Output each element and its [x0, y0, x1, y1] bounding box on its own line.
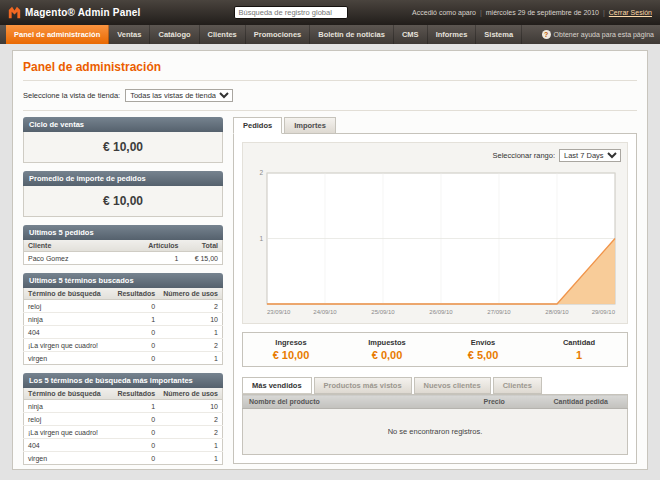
stat-label: Ingresos [245, 338, 337, 347]
tab-pedidos[interactable]: Pedidos [233, 117, 282, 134]
totals-row: Ingresos € 10,00 Impuestos € 0,00 Envíos… [242, 332, 628, 367]
lifetime-sales-value: € 10,00 [23, 132, 223, 163]
help-label: Obtener ayuda para esta página [554, 31, 654, 38]
tab-clientes[interactable]: Clientes [493, 377, 542, 394]
cell-resultados: 0 [113, 352, 159, 365]
nav-item-dashboard[interactable]: Panel de administración [6, 25, 109, 44]
range-select[interactable]: Last 7 Days [559, 149, 621, 162]
cell-usos: 2 [159, 426, 222, 439]
table-row[interactable]: ¡La virgen que cuadro! 0 2 [24, 339, 223, 352]
separator: | [480, 9, 482, 16]
svg-text:29/09/10: 29/09/10 [592, 309, 616, 315]
logged-in-text: Accedió como aparo [412, 9, 476, 16]
cell-usos: 2 [159, 339, 222, 352]
help-icon: ? [542, 30, 551, 39]
divider [23, 80, 637, 81]
table-header-row: Término de búsqueda Resultados Número de… [24, 288, 223, 300]
cell-usos: 1 [159, 452, 222, 465]
empty-message: No se encontraron registros. [243, 409, 628, 455]
orders-chart: 1223/09/1024/09/1025/09/1026/09/1027/09/… [249, 167, 621, 317]
range-label: Seleccionar rango: [492, 151, 555, 160]
col-cliente: Cliente [24, 240, 143, 252]
last-search-terms-table: Término de búsqueda Resultados Número de… [23, 288, 223, 365]
table-row[interactable]: reloj 0 2 [24, 300, 223, 313]
table-header-row: Término de búsqueda Resultados Número de… [24, 388, 223, 400]
cell-usos: 2 [159, 300, 222, 313]
tab-productos-mas-vistos[interactable]: Productos más vistos [314, 377, 412, 394]
stat-ingresos: Ingresos € 10,00 [243, 333, 339, 366]
tab-mas-vendidos[interactable]: Más vendidos [242, 377, 312, 394]
cell-termino: ninja [24, 400, 114, 413]
cell-articulos: 1 [143, 252, 183, 265]
store-view-label: Seleccione la vista de tienda: [23, 91, 120, 100]
store-view-select[interactable]: Todas las vistas de tienda [125, 89, 233, 102]
products-table: Nombre del producto Precio Cantidad pedi… [242, 394, 628, 455]
top-search-terms-table: Término de búsqueda Resultados Número de… [23, 388, 223, 465]
cell-usos: 1 [159, 439, 222, 452]
cell-termino: virgen [24, 452, 114, 465]
global-search-input[interactable] [234, 6, 348, 19]
logout-link[interactable]: Cerrar Sesión [609, 9, 652, 16]
table-row[interactable]: Paco Gomez 1 € 15,00 [24, 252, 223, 265]
table-row[interactable]: reloj 0 2 [24, 413, 223, 426]
table-row[interactable]: virgen 0 1 [24, 452, 223, 465]
cell-resultados: 1 [113, 313, 159, 326]
divider [23, 110, 637, 111]
cell-termino: ¡La virgen que cuadro! [24, 426, 114, 439]
tab-importes[interactable]: Importes [284, 117, 336, 134]
col-nombre-producto: Nombre del producto [243, 395, 478, 409]
dashboard-main-column: Pedidos Importes Seleccionar rango: Last… [233, 117, 637, 465]
last-search-terms-title: Ultimos 5 términos buscados [23, 273, 223, 288]
magento-logo-icon [8, 6, 21, 19]
stat-value: € 10,00 [245, 349, 337, 361]
nav-item-informes[interactable]: Informes [428, 25, 477, 44]
page-title: Panel de administración [23, 60, 637, 74]
table-row[interactable]: virgen 0 1 [24, 352, 223, 365]
table-row[interactable]: ninja 1 10 [24, 400, 223, 413]
tab-nuevos-clientes[interactable]: Nuevos clientes [414, 377, 491, 394]
average-orders-value: € 10,00 [23, 186, 223, 217]
stat-label: Impuestos [341, 338, 433, 347]
range-selector: Seleccionar rango: Last 7 Days [249, 149, 621, 162]
table-row[interactable]: 404 0 1 [24, 326, 223, 339]
app-window: Magento® Admin Panel Accedió como aparo … [0, 0, 660, 480]
nav-item-cms[interactable]: CMS [394, 25, 428, 44]
top-header: Magento® Admin Panel Accedió como aparo … [0, 0, 660, 25]
nav-item-catalogo[interactable]: Catálogo [150, 25, 199, 44]
table-row[interactable]: ninja 1 10 [24, 313, 223, 326]
col-usos: Número de usos [159, 388, 222, 400]
dashboard: Ciclo de ventas € 10,00 Promedio de impo… [23, 117, 637, 465]
table-row[interactable]: ¡La virgen que cuadro! 0 2 [24, 426, 223, 439]
nav-item-promociones[interactable]: Promociones [246, 25, 311, 44]
last-orders-box: Ultimos 5 pedidos Cliente Artículos Tota… [23, 225, 223, 265]
col-termino: Término de búsqueda [24, 388, 114, 400]
nav-item-clientes[interactable]: Clientes [200, 25, 246, 44]
average-orders-title: Promedio de importe de pedidos [23, 171, 223, 186]
table-header-row: Cliente Artículos Total [24, 240, 223, 252]
cell-usos: 1 [159, 326, 222, 339]
stat-label: Envíos [437, 338, 529, 347]
cell-termino: ninja [24, 313, 114, 326]
brand-title: Magento® Admin Panel [25, 7, 140, 18]
main-nav: Panel de administración Ventas Catálogo … [0, 25, 660, 44]
nav-item-sistema[interactable]: Sistema [476, 25, 522, 44]
help-link[interactable]: ? Obtener ayuda para esta página [542, 25, 654, 44]
nav-item-boletin[interactable]: Boletín de noticias [310, 25, 394, 44]
nav-item-ventas[interactable]: Ventas [109, 25, 150, 44]
stat-value: 1 [533, 349, 625, 361]
chart-tabs: Pedidos Importes [233, 117, 637, 133]
col-usos: Número de usos [159, 288, 222, 300]
last-orders-table: Cliente Artículos Total Paco Gomez 1 € 1… [23, 240, 223, 265]
cell-resultados: 0 [113, 326, 159, 339]
cell-termino: 404 [24, 326, 114, 339]
cell-termino: reloj [24, 300, 114, 313]
cell-usos: 1 [159, 352, 222, 365]
cell-resultados: 1 [113, 400, 159, 413]
svg-text:2: 2 [259, 169, 263, 176]
top-search-terms-title: Los 5 términos de búsqueda más important… [23, 373, 223, 388]
cell-usos: 2 [159, 413, 222, 426]
col-resultados: Resultados [113, 388, 159, 400]
cell-resultados: 0 [113, 413, 159, 426]
col-precio: Precio [478, 395, 548, 409]
table-row[interactable]: 404 0 1 [24, 439, 223, 452]
